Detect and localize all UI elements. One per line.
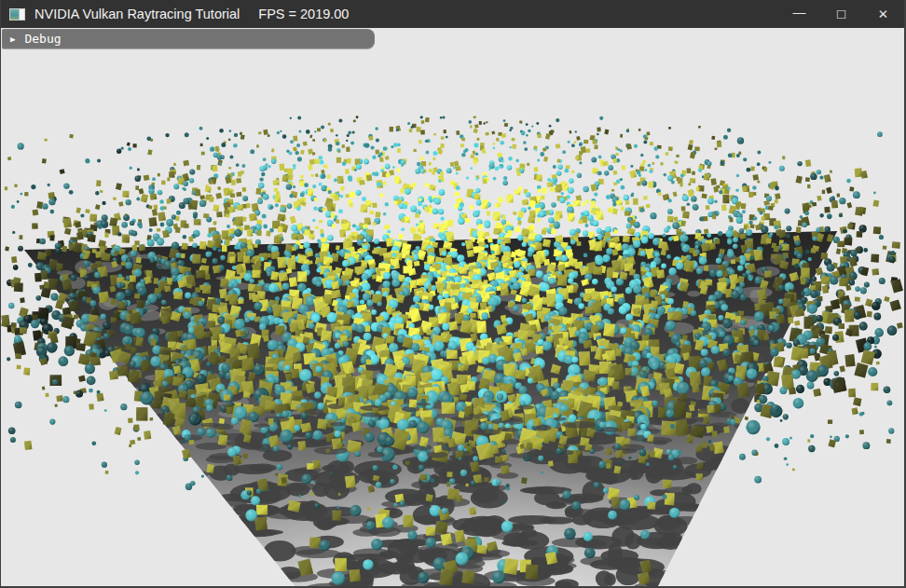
window-title: NVIDIA Vulkan Raytracing Tutorial	[34, 7, 240, 21]
close-button[interactable]: ✕	[862, 0, 904, 28]
app-icon-thumbnail-left	[10, 9, 20, 20]
render-area: ▶ Debug	[1, 28, 904, 586]
raytraced-viewport[interactable]	[1, 28, 904, 586]
app-icon	[9, 8, 25, 21]
debug-header-label: Debug	[24, 32, 61, 46]
minimize-button[interactable]: —	[778, 0, 820, 28]
maximize-icon: □	[837, 6, 845, 21]
title-bar: NVIDIA Vulkan Raytracing Tutorial FPS = …	[1, 0, 904, 28]
fps-counter: FPS = 2019.00	[258, 7, 349, 21]
maximize-button[interactable]: □	[820, 0, 862, 28]
debug-collapsing-header[interactable]: ▶ Debug	[2, 29, 375, 48]
chevron-right-icon: ▶	[10, 34, 15, 43]
close-icon: ✕	[878, 7, 888, 21]
app-window: NVIDIA Vulkan Raytracing Tutorial FPS = …	[0, 0, 906, 588]
minimize-icon: —	[793, 5, 806, 20]
app-icon-thumbnail-right	[20, 9, 24, 20]
